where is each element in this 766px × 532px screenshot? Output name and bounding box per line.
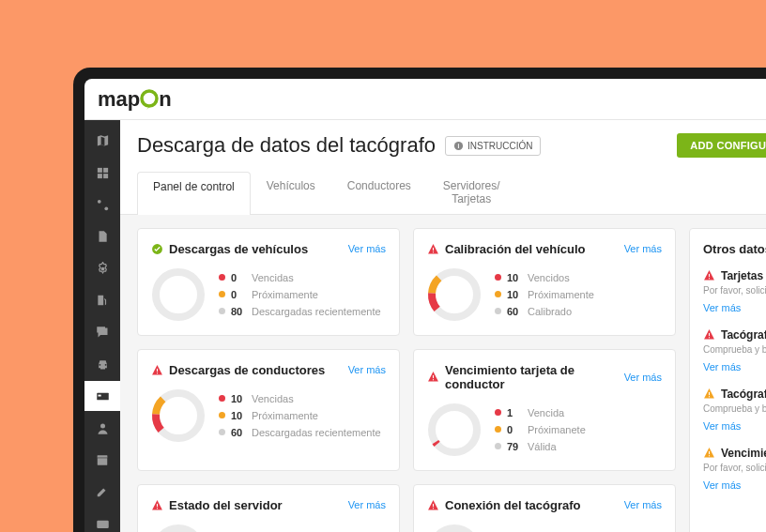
sidebar-fuel[interactable] xyxy=(84,285,120,315)
svg-rect-45 xyxy=(433,508,434,509)
stat-label: Vencidas xyxy=(252,393,294,404)
app-screen: mapn E-shop Descarga de datos del tacógr… xyxy=(84,79,766,532)
warning-icon xyxy=(703,388,715,400)
topbar: mapn E-shop xyxy=(84,79,766,120)
stat-value: 60 xyxy=(231,427,246,438)
side-item-title: Tarjetas de e xyxy=(721,269,766,282)
card-title: Descargas de conductores xyxy=(169,363,343,377)
svg-rect-16 xyxy=(98,455,108,457)
warning-icon xyxy=(703,328,715,341)
card-title: Estado del servidor xyxy=(169,498,343,512)
sidebar-calendar[interactable] xyxy=(84,445,120,475)
stat-value: 0 xyxy=(231,289,246,300)
instruction-button[interactable]: i INSTRUCCIÓN xyxy=(445,136,541,156)
tab-panel-de-control[interactable]: Panel de control xyxy=(137,172,251,215)
stat-row: 10 Próximamente xyxy=(495,289,594,300)
stat-label: Próximanete xyxy=(528,424,586,435)
warning-icon xyxy=(427,243,439,255)
ver-mas-link[interactable]: Ver más xyxy=(624,499,662,510)
dot-gray-icon xyxy=(219,429,225,435)
svg-rect-5 xyxy=(97,174,101,178)
side-item: Tacógrafo n Comprueba y bloc empresa Ver… xyxy=(703,388,766,433)
ver-mas-link[interactable]: Ver más xyxy=(624,372,662,383)
stat-label: Próximamente xyxy=(252,289,318,300)
stat-label: Descargadas recientemente xyxy=(252,306,381,317)
svg-point-0 xyxy=(142,91,157,106)
device-frame: mapn E-shop Descarga de datos del tacógr… xyxy=(73,68,766,532)
stat-value: 80 xyxy=(231,306,246,317)
card-title: Conexión del tacógrafo xyxy=(445,498,619,512)
sidebar-dashboard[interactable] xyxy=(84,158,120,188)
dot-red-icon xyxy=(495,409,501,416)
stat-label: Vencidos xyxy=(528,272,570,283)
warning-icon xyxy=(703,447,715,459)
stat-label: Próximamente xyxy=(252,410,318,421)
svg-point-36 xyxy=(432,407,477,452)
sidebar-document[interactable] xyxy=(84,221,120,251)
donut-chart xyxy=(427,524,482,532)
svg-rect-44 xyxy=(433,504,434,507)
dot-red-icon xyxy=(495,274,501,281)
dot-yellow-icon xyxy=(495,291,501,297)
page-title: Descarga de datos del tacógrafo xyxy=(137,133,436,158)
stat-row: 79 Válida xyxy=(495,441,586,452)
svg-rect-39 xyxy=(157,504,158,507)
sidebar-edit[interactable] xyxy=(84,477,120,507)
sidebar-card[interactable] xyxy=(84,509,120,532)
svg-rect-3 xyxy=(97,167,101,172)
sidebar-settings[interactable] xyxy=(84,253,120,283)
svg-rect-50 xyxy=(709,278,710,279)
stat-label: Próximamente xyxy=(528,289,594,300)
info-icon: i xyxy=(453,141,464,151)
main-content: Descarga de datos del tacógrafo i INSTRU… xyxy=(120,120,766,532)
ver-mas-link[interactable]: Ver más xyxy=(703,420,741,432)
sidebar-map[interactable] xyxy=(84,126,120,156)
check-icon xyxy=(151,243,163,255)
side-panel-title: Otros datos xyxy=(703,242,766,256)
ver-mas-link[interactable]: Ver más xyxy=(703,302,741,313)
logo: mapn xyxy=(98,87,172,112)
side-item-title: Tacógrafo n xyxy=(721,388,766,401)
svg-rect-34 xyxy=(433,375,434,378)
stat-label: Descargadas recientemente xyxy=(252,427,381,438)
warning-icon xyxy=(151,364,163,376)
svg-rect-40 xyxy=(157,508,158,509)
svg-point-41 xyxy=(156,528,201,532)
dot-gray-icon xyxy=(495,443,501,449)
tab-conductores[interactable]: Conductores xyxy=(331,171,427,214)
tab-servidores-tarjetas[interactable]: Servidores/Tarjetas xyxy=(427,171,516,214)
tab-veh-culos[interactable]: Vehículos xyxy=(251,171,331,214)
warning-icon xyxy=(703,269,715,281)
ver-mas-link[interactable]: Ver más xyxy=(348,243,386,254)
stat-label: Vencidas xyxy=(252,272,294,283)
svg-rect-52 xyxy=(709,337,710,338)
svg-point-8 xyxy=(104,206,108,210)
card-vencimiento-tarjeta-de-conductor: Vencimiento tarjeta de conductor Ver más… xyxy=(413,349,676,471)
ver-mas-link[interactable]: Ver más xyxy=(624,243,662,254)
stat-row: 10 Vencidos xyxy=(495,272,594,283)
ver-mas-link[interactable]: Ver más xyxy=(348,499,386,510)
svg-text:i: i xyxy=(458,142,460,148)
stat-value: 10 xyxy=(231,410,246,421)
side-item-desc: Comprueba y bloc empresa xyxy=(703,403,766,414)
stat-row: 60 Descargadas recientemente xyxy=(219,427,381,438)
sidebar-location[interactable] xyxy=(84,190,120,220)
svg-rect-55 xyxy=(709,451,710,454)
svg-rect-51 xyxy=(709,333,710,336)
card-title: Calibración del vehículo xyxy=(445,242,619,256)
side-item-desc: Por favor, solicita xyxy=(703,285,766,296)
card-conexi-n-del-tac-grafo: Conexión del tacógrafo Ver más 1 No disp… xyxy=(413,484,676,532)
stat-value: 79 xyxy=(507,441,522,452)
stat-value: 10 xyxy=(507,289,522,300)
sidebar-user[interactable] xyxy=(84,413,120,443)
svg-point-46 xyxy=(432,528,477,532)
sidebar-vehicle[interactable] xyxy=(84,349,120,379)
add-config-button[interactable]: ADD CONFIGURATION xyxy=(677,133,766,158)
sidebar-tacho[interactable] xyxy=(84,381,120,411)
ver-mas-link[interactable]: Ver más xyxy=(703,479,741,491)
sidebar-chat[interactable] xyxy=(84,317,120,347)
ver-mas-link[interactable]: Ver más xyxy=(348,364,386,375)
side-item-desc: Comprueba y bloc empresa xyxy=(703,344,766,355)
page-header: Descarga de datos del tacógrafo i INSTRU… xyxy=(120,120,766,215)
ver-mas-link[interactable]: Ver más xyxy=(703,361,741,372)
